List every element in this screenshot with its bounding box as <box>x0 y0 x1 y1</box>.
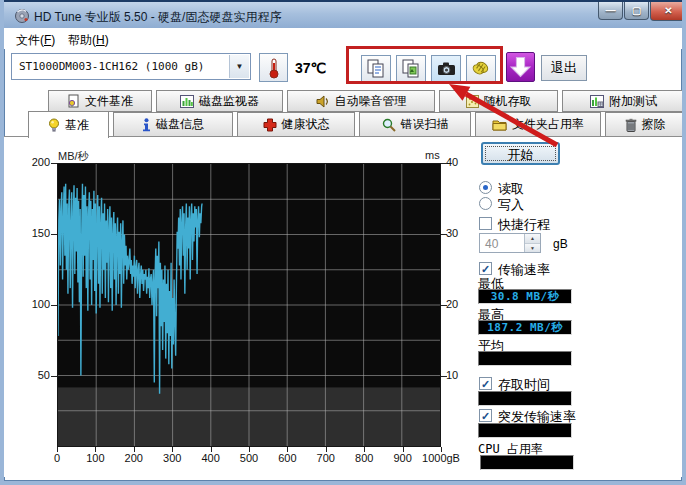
magnifier-icon <box>382 118 396 132</box>
short-stroke-unit: gB <box>553 237 568 251</box>
window-title: HD Tune 专业版 5.50 - 硬盘/固态硬盘实用程序 <box>34 9 281 26</box>
app-logo-icon <box>14 8 30 24</box>
export-button[interactable] <box>506 52 535 82</box>
short-stroke-stepper[interactable]: 40 ▲ ▼ <box>479 233 541 253</box>
stepper-down-icon[interactable]: ▼ <box>525 243 540 252</box>
stepper-up-icon[interactable]: ▲ <box>525 234 540 243</box>
red-cross-icon <box>263 118 277 132</box>
transfer-rate-label: 传输速率 <box>498 261 550 279</box>
exit-button[interactable]: 退出 <box>541 55 587 81</box>
maximize-button[interactable]: ▢ <box>624 2 649 20</box>
down-arrow-icon <box>507 53 534 81</box>
menu-bar: 文件(F) 帮助(H) <box>4 28 682 49</box>
random-dots-icon <box>466 95 479 108</box>
start-button[interactable]: 开始 <box>481 142 560 165</box>
tab-error-scan[interactable]: 错误扫描 <box>359 112 471 137</box>
write-radio[interactable] <box>479 197 492 210</box>
info-icon <box>142 118 151 132</box>
temperature-button[interactable] <box>259 53 288 82</box>
short-stroke-value: 40 <box>485 237 498 251</box>
tab-erase[interactable]: 擦除 <box>605 112 685 137</box>
y-axis-right-ticks: 40302010 <box>446 163 476 447</box>
app-window: HD Tune 专业版 5.50 - 硬盘/固态硬盘实用程序 — ▢ ✕ 文件(… <box>0 0 686 485</box>
max-value-box: 187.2 MB/秒 <box>478 320 572 335</box>
extra-tests-icon <box>590 95 604 108</box>
read-radio[interactable] <box>479 181 492 194</box>
access-time-value-box <box>478 391 572 406</box>
thermometer-icon <box>264 57 284 79</box>
burst-rate-checkbox[interactable]: ✓ <box>479 409 492 422</box>
close-button[interactable]: ✕ <box>650 2 686 21</box>
tab-disk-info[interactable]: 磁盘信息 <box>113 112 233 137</box>
folder-icon <box>492 118 507 131</box>
file-benchmark-icon <box>67 94 80 108</box>
drive-select-value: ST1000DM003-1CH162 (1000 gB) <box>19 60 204 73</box>
temperature-value: 37℃ <box>295 60 326 76</box>
speaker-icon <box>316 95 330 108</box>
short-stroke-checkbox[interactable] <box>479 217 492 230</box>
y-axis-left-ticks: 20015010050 <box>18 163 52 447</box>
title-bar: HD Tune 专业版 5.50 - 硬盘/固态硬盘实用程序 — ▢ ✕ <box>4 0 682 28</box>
tab-benchmark[interactable]: 基准 <box>28 111 109 138</box>
min-value-box: 30.8 MB/秒 <box>478 289 572 304</box>
drive-select-dropdown[interactable]: ST1000DM003-1CH162 (1000 gB) ▼ <box>11 53 251 80</box>
x-axis-ticks: 01002003004005006007008009001000gB <box>57 452 441 466</box>
tab-disk-monitor[interactable]: 磁盘监视器 <box>156 90 283 112</box>
tab-file-benchmark[interactable]: 文件基准 <box>48 90 152 112</box>
menu-help[interactable]: 帮助(H) <box>62 30 115 51</box>
avg-value-box <box>478 351 572 366</box>
benchmark-chart <box>57 163 441 447</box>
annotation-highlight-box <box>346 46 503 84</box>
short-stroke-label: 快捷行程 <box>498 216 550 234</box>
access-time-checkbox[interactable]: ✓ <box>479 377 492 390</box>
lightbulb-icon <box>48 118 60 133</box>
tab-health[interactable]: 健康状态 <box>237 112 355 137</box>
y-axis-right-label: ms <box>425 149 440 161</box>
chevron-down-icon[interactable]: ▼ <box>229 55 249 78</box>
cpu-usage-value-box <box>480 455 574 470</box>
tab-aam[interactable]: 自动噪音管理 <box>287 90 435 112</box>
disk-monitor-icon <box>180 95 194 108</box>
trash-icon <box>625 118 637 132</box>
y-axis-left-label: MB/秒 <box>58 149 89 164</box>
tab-random-access[interactable]: 随机存取 <box>439 90 558 112</box>
transfer-rate-checkbox[interactable]: ✓ <box>479 262 492 275</box>
burst-rate-value-box <box>478 423 572 438</box>
start-button-label: 开始 <box>483 146 558 164</box>
tab-folder-usage[interactable]: 文件夹占用率 <box>475 112 601 137</box>
tab-extra-tests[interactable]: 附加测试 <box>562 90 685 112</box>
minimize-button[interactable]: — <box>598 2 623 20</box>
menu-file[interactable]: 文件(F) <box>10 30 61 51</box>
